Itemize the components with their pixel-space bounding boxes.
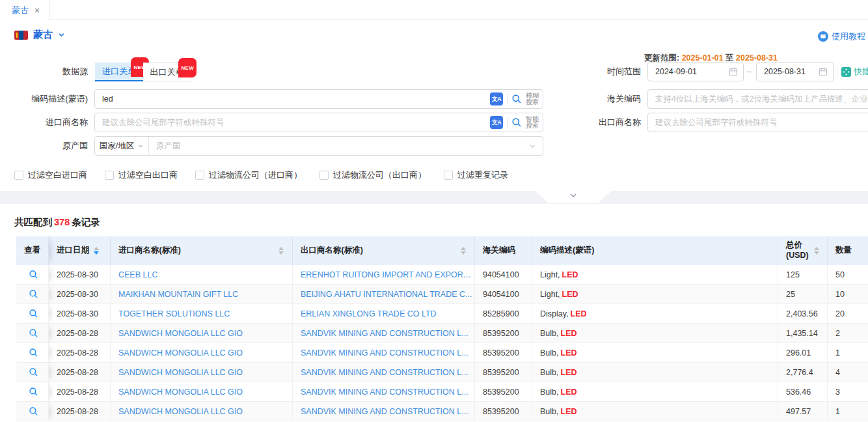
code-description-input[interactable]: led 文A 模糊 搜索	[94, 89, 543, 109]
checkbox-label: 过滤重复记录	[457, 169, 508, 181]
tab-bar: 蒙古 ×	[0, 0, 868, 20]
magnifier-icon[interactable]	[29, 289, 38, 299]
exporter-link[interactable]: SANDVIK MINING AND CONSTRUCTION L...	[301, 387, 468, 397]
view-detail-button[interactable]	[16, 343, 49, 363]
exporter-link[interactable]: SANDVIK MINING AND CONSTRUCTION L...	[301, 329, 468, 338]
cell-exporter: SANDVIK MINING AND CONSTRUCTION L...	[293, 324, 475, 343]
cell-description: Display,LED	[532, 304, 778, 324]
magnifier-icon[interactable]	[29, 328, 38, 338]
cell-import-date: 2025-08-28	[49, 363, 111, 382]
region-type-select[interactable]: 国家/地区	[95, 137, 148, 155]
translate-icon[interactable]: 文A	[490, 92, 503, 106]
importer-link[interactable]: CEEB LLC	[118, 270, 157, 279]
importer-link[interactable]: SANDWICH MONGOLIA LLC GIO	[118, 387, 243, 397]
customs-code-input[interactable]: 支持4位以上海关编码，或2位海关编码加上产品描述、企业名称	[647, 89, 868, 109]
col-header-import-date[interactable]: 进口日期	[49, 236, 111, 265]
book-icon	[818, 31, 828, 42]
search-icon[interactable]	[511, 94, 522, 104]
exporter-name-label: 出口商名称	[567, 113, 641, 132]
country-selector[interactable]: 蒙古	[14, 29, 65, 41]
view-detail-button[interactable]	[16, 402, 49, 421]
tab-close-icon[interactable]: ×	[34, 6, 40, 15]
date-separator: –	[747, 62, 752, 81]
table-row: 2025-08-28 SANDWICH MONGOLIA LLC GIO SAN…	[16, 402, 868, 421]
fuzzy-search-button[interactable]: 模糊 搜索	[526, 92, 539, 106]
checkbox-icon[interactable]	[195, 171, 204, 180]
checkbox-icon[interactable]	[319, 171, 329, 180]
magnifier-icon[interactable]	[29, 387, 38, 397]
cell-exporter: ERENHOT RUITONG IMPORT AND EXPORT ...	[293, 265, 475, 285]
importer-link[interactable]: MAIKHAN MOUNTAIN GIFT LLC	[118, 290, 238, 299]
checkbox-label: 过滤物流公司（出口商）	[333, 169, 426, 181]
table-row: 2025-08-30 CEEB LLC ERENHOT RUITONG IMPO…	[16, 265, 868, 285]
col-header-total[interactable]: 总价 (USD)	[778, 236, 828, 265]
table-row: 2025-08-28 SANDWICH MONGOLIA LLC GIO SAN…	[16, 382, 868, 402]
quick-select-button[interactable]: 快捷选择	[841, 62, 868, 81]
date-start-input[interactable]: 2024-09-01	[647, 62, 744, 81]
sort-icon[interactable]	[814, 247, 819, 255]
tab-mongolia[interactable]: 蒙古 ×	[0, 0, 49, 20]
sort-icon[interactable]	[461, 247, 466, 255]
view-detail-button[interactable]	[16, 304, 49, 324]
importer-link[interactable]: TOGETHER SOLUTIONS LLC	[118, 309, 230, 318]
exporter-link[interactable]: SANDVIK MINING AND CONSTRUCTION L...	[301, 368, 468, 377]
magnifier-icon[interactable]	[29, 367, 38, 377]
cell-description: Bulb,LED	[532, 324, 778, 343]
filter-checkbox[interactable]: 过滤重复记录	[444, 169, 508, 181]
date-end-input[interactable]: 2025-08-31	[756, 62, 834, 81]
view-detail-button[interactable]	[16, 382, 49, 402]
filter-checkbox[interactable]: 过滤物流公司（出口商）	[319, 169, 426, 181]
filter-checkbox[interactable]: 过滤空白进口商	[14, 169, 87, 181]
view-detail-button[interactable]	[16, 285, 49, 304]
exporter-link[interactable]: BEIJING AHATU INTERNATIONAL TRADE C...	[301, 290, 472, 299]
checkbox-icon[interactable]	[444, 171, 453, 180]
data-source-label: 数据源	[0, 62, 88, 81]
col-header-importer[interactable]: 进口商名称(标准)	[111, 236, 293, 265]
collapse-handle[interactable]	[535, 191, 612, 203]
update-range-end: 2025-08-31	[736, 53, 778, 63]
importer-link[interactable]: SANDWICH MONGOLIA LLC GIO	[118, 368, 243, 377]
magnifier-icon[interactable]	[29, 309, 38, 318]
col-header-exporter[interactable]: 出口商名称(标准)	[293, 236, 475, 265]
sort-icon[interactable]	[94, 247, 99, 255]
importer-link[interactable]: SANDWICH MONGOLIA LLC GIO	[118, 407, 243, 416]
checkbox-icon[interactable]	[14, 171, 23, 180]
exporter-link[interactable]: SANDVIK MINING AND CONSTRUCTION L...	[301, 348, 468, 358]
importer-name-input[interactable]: 建议去除公司尾部字符或特殊符号 文A 智能 搜索	[94, 113, 543, 132]
checkbox-icon[interactable]	[105, 171, 114, 180]
tab-export-declarations[interactable]: 出口关单 NEW	[143, 63, 191, 81]
origin-country-input[interactable]: 原产国	[149, 141, 529, 152]
tutorial-link[interactable]: 使用教程	[818, 31, 865, 42]
cell-description: Bulb,LED	[532, 402, 778, 421]
importer-link[interactable]: SANDWICH MONGOLIA LLC GIO	[118, 348, 243, 358]
cell-total-usd: 1,435.14	[778, 324, 828, 343]
exporter-link[interactable]: ERENHOT RUITONG IMPORT AND EXPORT ...	[301, 270, 474, 279]
exporter-link[interactable]: SANDVIK MINING AND CONSTRUCTION L...	[301, 407, 468, 416]
exporter-name-input[interactable]: 建议去除公司尾部字符或特殊符号	[647, 113, 868, 132]
tab-import-declarations[interactable]: 进口关单 NEW	[95, 63, 143, 81]
view-detail-button[interactable]	[16, 265, 49, 285]
exporter-link[interactable]: ERLIAN XINGLONG TRADE CO LTD	[301, 309, 437, 318]
search-icon[interactable]	[511, 117, 522, 128]
cell-exporter: SANDVIK MINING AND CONSTRUCTION L...	[293, 402, 475, 421]
cell-import-date: 2025-08-30	[49, 304, 111, 324]
sort-icon[interactable]	[278, 247, 284, 255]
filter-checkbox[interactable]: 过滤空白出口商	[105, 169, 178, 181]
col-header-view: 查看	[16, 236, 49, 265]
cell-import-date: 2025-08-30	[49, 285, 111, 304]
importer-link[interactable]: SANDWICH MONGOLIA LLC GIO	[118, 329, 243, 338]
mongolia-flag-icon	[14, 31, 28, 40]
cell-hs-code: 85395200	[475, 324, 532, 343]
view-detail-button[interactable]	[16, 324, 49, 343]
translate-icon[interactable]: 文A	[490, 116, 503, 129]
view-detail-button[interactable]	[16, 363, 49, 382]
magnifier-icon[interactable]	[29, 348, 38, 358]
smart-search-button[interactable]: 智能 搜索	[526, 116, 539, 130]
cell-quantity: 1	[828, 343, 868, 363]
magnifier-icon[interactable]	[29, 406, 38, 416]
filter-checkbox[interactable]: 过滤物流公司（进口商）	[195, 169, 302, 181]
magnifier-icon[interactable]	[29, 270, 38, 279]
cell-total-usd: 125	[778, 265, 828, 285]
origin-country-label: 原产国	[0, 136, 88, 156]
cell-importer: CEEB LLC	[111, 265, 293, 285]
